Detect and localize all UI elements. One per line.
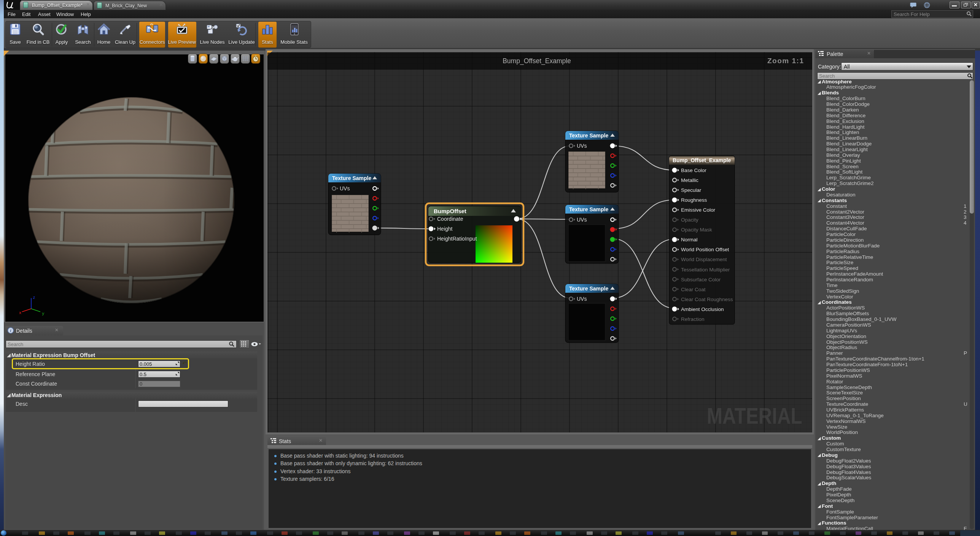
svg-text:UVs: UVs — [577, 217, 587, 223]
svg-text:Height: Height — [437, 226, 453, 232]
svg-text:Normal: Normal — [681, 237, 698, 242]
svg-text:Roughness: Roughness — [681, 197, 707, 203]
svg-text:Opacity Mask: Opacity Mask — [681, 227, 712, 233]
svg-text:World Position Offset: World Position Offset — [681, 247, 729, 252]
svg-text:UVs: UVs — [577, 296, 587, 302]
svg-text:BumpOffset: BumpOffset — [434, 208, 466, 214]
svg-text:y: y — [42, 311, 45, 316]
svg-text:UVs: UVs — [577, 143, 587, 149]
svg-text:x: x — [19, 311, 22, 315]
svg-text:Texture Sample: Texture Sample — [569, 206, 608, 212]
svg-text:UVs: UVs — [340, 185, 350, 191]
svg-text:Base Color: Base Color — [681, 168, 706, 173]
svg-text:Subsurface Color: Subsurface Color — [681, 277, 721, 282]
svg-text:Bump_Offset_Example: Bump_Offset_Example — [673, 157, 731, 163]
svg-text:Emissive Color: Emissive Color — [681, 207, 716, 213]
svg-text:Texture Sample: Texture Sample — [569, 132, 608, 139]
svg-text:HeightRatioInput: HeightRatioInput — [437, 236, 477, 242]
svg-text:Clear Coat: Clear Coat — [681, 287, 706, 292]
svg-text:Tessellation Multiplier: Tessellation Multiplier — [681, 267, 730, 273]
svg-text:z: z — [33, 295, 35, 300]
svg-text:Clear Coat Roughness: Clear Coat Roughness — [681, 297, 733, 302]
svg-text:Texture Sample: Texture Sample — [569, 286, 608, 292]
svg-text:Opacity: Opacity — [681, 217, 698, 223]
svg-text:Texture Sample: Texture Sample — [332, 175, 371, 181]
svg-text:Metallic: Metallic — [681, 177, 698, 183]
svg-text:Specular: Specular — [681, 187, 702, 193]
svg-text:World Displacement: World Displacement — [681, 257, 727, 262]
svg-text:Coordinate: Coordinate — [437, 216, 463, 222]
svg-text:Ambient Occlusion: Ambient Occlusion — [681, 306, 724, 312]
svg-text:Refraction: Refraction — [681, 316, 705, 322]
